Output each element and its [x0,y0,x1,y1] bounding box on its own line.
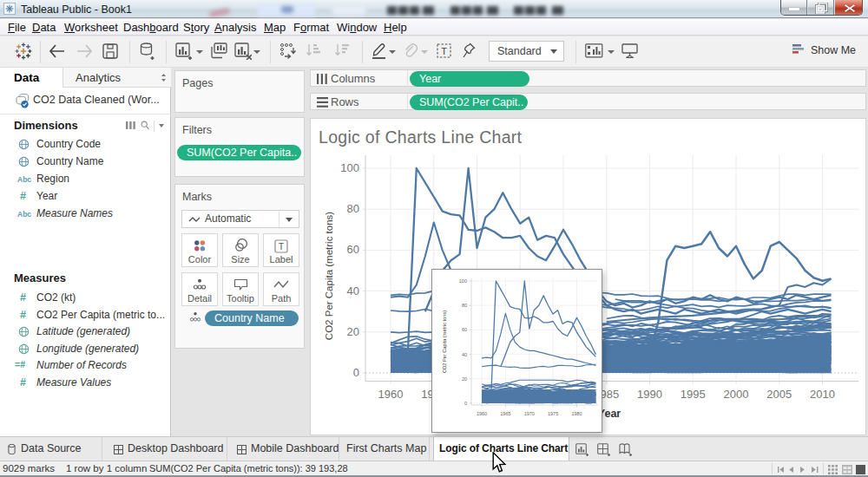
svg-text:0: 0 [464,401,467,406]
svg-text:1960: 1960 [477,411,487,416]
svg-text:80: 80 [347,202,359,215]
svg-text:1990: 1990 [637,388,662,401]
svg-text:40: 40 [347,284,359,297]
svg-text:T: T [279,241,285,252]
svg-text:100: 100 [340,161,359,174]
svg-text:1970: 1970 [524,411,535,416]
svg-text:2005: 2005 [766,388,792,401]
svg-text:T: T [441,46,447,56]
svg-text:0: 0 [353,366,359,379]
svg-text:CO2 Per Capita (metric tons): CO2 Per Capita (metric tons) [442,310,447,373]
svg-text:80: 80 [462,303,467,308]
svg-text:20: 20 [347,325,359,338]
svg-text:2000: 2000 [724,388,749,401]
svg-text:1975: 1975 [548,411,558,416]
svg-text:1995: 1995 [681,388,706,401]
svg-text:60: 60 [462,327,467,332]
svg-text:1980: 1980 [571,411,582,416]
svg-text:2010: 2010 [810,388,835,401]
svg-text:1960: 1960 [378,388,404,401]
svg-text:100: 100 [459,278,467,284]
svg-text:1965: 1965 [500,411,510,416]
svg-text:20: 20 [462,376,467,382]
svg-text:CO2 Per Capita (metric tons): CO2 Per Capita (metric tons) [324,212,334,340]
svg-text:60: 60 [347,243,359,256]
svg-text:40: 40 [462,352,467,357]
